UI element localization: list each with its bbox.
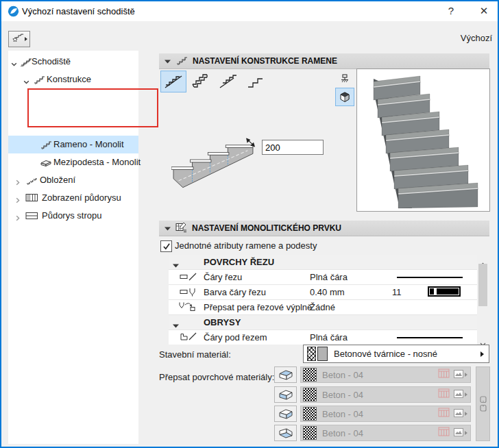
face-side-icon bbox=[278, 408, 294, 420]
surface-material-row: Beton - 04 bbox=[300, 366, 471, 383]
chevron-down-icon[interactable] bbox=[23, 77, 29, 87]
material-hatch-swatch bbox=[307, 347, 316, 361]
photo-icon[interactable] bbox=[454, 388, 463, 401]
landing-slab-icon bbox=[40, 159, 52, 169]
face-front-button[interactable] bbox=[274, 386, 297, 403]
row-value[interactable]: Plná čára bbox=[310, 332, 348, 343]
support-symbol-icon bbox=[339, 73, 350, 84]
red-highlight-box bbox=[27, 88, 158, 127]
photo-icon[interactable] bbox=[454, 369, 463, 381]
stair-settings-dialog: Výchozí nastavení schodiště ? ✕ Výchozí … bbox=[0, 0, 499, 448]
default-label: Výchozí bbox=[461, 33, 492, 43]
face-bottom-icon bbox=[278, 427, 294, 439]
link-materials-button[interactable] bbox=[476, 366, 490, 441]
help-button[interactable]: ? bbox=[443, 5, 459, 16]
archicad-logo-icon bbox=[8, 5, 19, 20]
cube-3d-icon bbox=[339, 92, 350, 103]
surface-material-row: Beton - 04 bbox=[300, 406, 471, 422]
preview-3d-button[interactable] bbox=[335, 88, 354, 106]
photo-icon[interactable] bbox=[454, 408, 463, 420]
face-side-button[interactable] bbox=[274, 406, 297, 422]
tree-item-oblozeni[interactable]: Obložení bbox=[8, 171, 138, 189]
group-collapse-icon[interactable] bbox=[173, 320, 179, 330]
tree-item-konstrukce[interactable]: Konstrukce bbox=[8, 71, 138, 88]
type-monolithic-button[interactable] bbox=[160, 71, 186, 92]
flyout-arrow-icon[interactable] bbox=[465, 412, 467, 416]
texture-grid-icon[interactable] bbox=[438, 427, 450, 439]
finish-treads-icon bbox=[25, 175, 38, 187]
pen-color-preview[interactable] bbox=[428, 286, 461, 297]
tree-item-schodiste[interactable]: Schodiště bbox=[8, 53, 138, 71]
symbolic-view-button[interactable] bbox=[335, 69, 354, 88]
ceiling-plan-icon bbox=[25, 212, 38, 222]
material-fill-swatch bbox=[303, 368, 317, 382]
cut-pen-icon bbox=[180, 287, 197, 299]
type-stringer-button[interactable] bbox=[215, 71, 241, 92]
group-collapse-icon[interactable] bbox=[173, 260, 179, 270]
structure-icon bbox=[33, 74, 45, 86]
steps-only-icon bbox=[246, 74, 265, 89]
uniform-attributes-checkbox[interactable] bbox=[160, 240, 172, 252]
table-row-lines-below[interactable]: Čáry pod řezem Plná čára bbox=[169, 329, 477, 345]
panel-title: NASTAVENÍ KONSTRUKCE RAMENE bbox=[193, 56, 337, 66]
row-value[interactable]: 0.40 mm bbox=[310, 287, 345, 297]
face-top-icon bbox=[278, 369, 294, 381]
type-steps-only-button[interactable] bbox=[243, 71, 269, 92]
window-title: Výchozí nastavení schodiště bbox=[22, 6, 135, 16]
pen-number[interactable]: 11 bbox=[392, 287, 402, 297]
row-value[interactable]: Plná čára bbox=[310, 272, 348, 282]
pen-swatch-fill bbox=[437, 288, 459, 295]
dropdown-arrow-icon bbox=[480, 351, 484, 357]
uniform-attributes-label: Jednotné atributy ramene a podesty bbox=[175, 240, 317, 251]
tree-item-pudorys-stropu[interactable]: Půdorys stropu bbox=[8, 207, 138, 225]
table-scrollbar[interactable] bbox=[477, 255, 489, 343]
tree-item-rameno-monolit[interactable]: Rameno - Monolit bbox=[8, 136, 138, 153]
group-row-cut-surfaces[interactable]: POVRCHY ŘEZU bbox=[169, 255, 477, 269]
stair-3d-preview[interactable] bbox=[356, 69, 490, 212]
chevron-right-icon[interactable] bbox=[15, 177, 21, 188]
table-row-cut-lines[interactable]: Čáry řezu Plná čára bbox=[169, 269, 477, 284]
line-type-preview[interactable] bbox=[397, 337, 463, 338]
run-structure-panel-header[interactable]: NASTAVENÍ KONSTRUKCE RAMENE bbox=[159, 53, 489, 69]
cut-line-icon bbox=[180, 272, 197, 284]
dialog-toolbar: Výchozí bbox=[1, 21, 498, 49]
surface-material-name: Beton - 04 bbox=[322, 409, 438, 419]
building-material-dropdown[interactable]: Betonové tvárnice - nosné bbox=[303, 345, 489, 363]
tree-item-zobrazeni-pudorysu[interactable]: Zobrazení půdorysu bbox=[8, 189, 138, 207]
stepped-slab-icon bbox=[191, 74, 210, 89]
slab-thickness-input[interactable] bbox=[262, 140, 324, 155]
type-stepped-slab-button[interactable] bbox=[188, 71, 214, 92]
attributes-icon bbox=[175, 222, 187, 235]
surface-material-name: Beton - 04 bbox=[322, 428, 438, 438]
flight-icon bbox=[40, 139, 52, 151]
close-button[interactable]: ✕ bbox=[476, 5, 491, 17]
flyout-arrow-icon[interactable] bbox=[465, 373, 467, 377]
check-icon bbox=[162, 242, 171, 250]
group-row-outlines[interactable]: OBRYSY bbox=[169, 314, 477, 329]
chevron-right-icon[interactable] bbox=[15, 213, 21, 223]
flyout-arrow-icon[interactable] bbox=[465, 431, 467, 435]
face-top-button[interactable] bbox=[274, 366, 297, 383]
material-fill-swatch bbox=[303, 407, 317, 421]
table-row-fill-pen-override[interactable]: Přepsat pera řezové výplně Žádné bbox=[169, 299, 477, 314]
title-bar[interactable]: Výchozí nastavení schodiště ? ✕ bbox=[1, 1, 498, 21]
monolithic-panel-header[interactable]: NASTAVENÍ MONOLITICKÉHO PRVKU bbox=[159, 221, 489, 236]
chevron-right-icon[interactable] bbox=[15, 195, 21, 206]
favorites-button[interactable] bbox=[8, 31, 30, 47]
texture-grid-icon[interactable] bbox=[438, 408, 450, 420]
texture-grid-icon[interactable] bbox=[438, 369, 450, 381]
chevron-down-icon[interactable] bbox=[11, 59, 17, 69]
table-row-cut-pen[interactable]: Barva čáry řezu 0.40 mm 11 bbox=[169, 284, 477, 299]
face-bottom-button[interactable] bbox=[274, 425, 297, 441]
surface-material-name: Beton - 04 bbox=[322, 390, 438, 400]
override-pen-icon bbox=[178, 301, 197, 314]
line-type-preview[interactable] bbox=[397, 277, 463, 278]
material-fill-swatch bbox=[303, 388, 317, 401]
tree-item-mezipodesta-monolit[interactable]: Mezipodesta - Monolit bbox=[8, 153, 138, 171]
row-value[interactable]: Žádné bbox=[310, 302, 335, 312]
flyout-arrow-icon[interactable] bbox=[465, 393, 467, 397]
texture-grid-icon[interactable] bbox=[438, 388, 450, 401]
attribute-table: POVRCHY ŘEZU Čáry řezu Plná čára Barva č… bbox=[169, 255, 477, 343]
photo-icon[interactable] bbox=[454, 427, 463, 439]
scrollbar-thumb[interactable] bbox=[478, 264, 487, 306]
